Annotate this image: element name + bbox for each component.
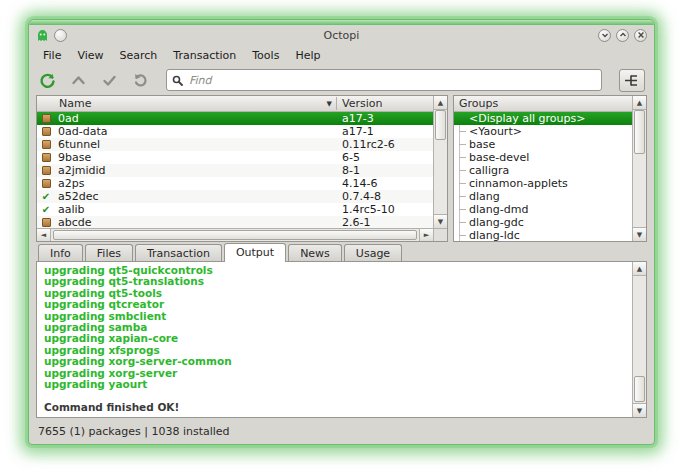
scrollbar-thumb[interactable] xyxy=(634,110,645,154)
menu-item-view[interactable]: View xyxy=(69,47,111,64)
package-version: 4.14-6 xyxy=(337,177,433,190)
scroll-down-button[interactable]: ▼ xyxy=(633,403,646,417)
octopi-logo-icon xyxy=(36,29,49,42)
package-name: 6tunnel xyxy=(58,138,337,151)
menu-item-help[interactable]: Help xyxy=(287,47,328,64)
menu-item-file[interactable]: File xyxy=(35,47,69,64)
column-header-version[interactable]: Version xyxy=(337,97,433,110)
maximize-button[interactable] xyxy=(616,29,629,42)
group-item[interactable]: <Yaourt> xyxy=(454,125,632,138)
main-split: Name ▼ Version 0ad a17-3 0ad-data a17-1 … xyxy=(29,95,654,242)
window-menu-button[interactable] xyxy=(54,29,67,42)
output-line: upgrading qtcreator xyxy=(44,299,625,310)
table-row[interactable]: abcde 2.6-1 xyxy=(37,216,433,228)
undo-icon xyxy=(132,72,148,88)
package-box-icon xyxy=(42,114,51,123)
table-vertical-scrollbar[interactable]: ▲ ▼ xyxy=(433,96,447,228)
scroll-down-button[interactable]: ▼ xyxy=(633,227,646,241)
tab-output[interactable]: Output xyxy=(224,243,286,262)
tab-files[interactable]: Files xyxy=(85,244,133,261)
package-box-icon xyxy=(42,179,51,188)
output-blank-line xyxy=(44,390,625,401)
group-label: dlang-ldc xyxy=(469,229,520,241)
scrollbar-thumb[interactable] xyxy=(634,376,645,402)
scroll-down-button[interactable]: ▼ xyxy=(434,214,447,228)
package-name: abcde xyxy=(58,216,337,228)
scroll-up-button[interactable]: ▲ xyxy=(633,262,646,276)
sync-database-button[interactable] xyxy=(38,71,56,89)
close-button[interactable] xyxy=(634,29,647,42)
package-name: 0ad xyxy=(58,112,337,125)
tab-transaction[interactable]: Transaction xyxy=(135,244,222,261)
toggle-groups-button[interactable] xyxy=(619,69,645,92)
group-item[interactable]: <Display all groups> xyxy=(454,112,632,125)
group-item[interactable]: base-devel xyxy=(454,151,632,164)
chevron-down-icon xyxy=(601,31,609,39)
installed-check-icon: ✔ xyxy=(41,192,51,202)
menu-item-search[interactable]: Search xyxy=(112,47,166,64)
table-row[interactable]: 6tunnel 0.11rc2-6 xyxy=(37,138,433,151)
system-upgrade-button[interactable] xyxy=(69,71,87,89)
installed-check-icon: ✔ xyxy=(41,205,51,215)
group-tree-icon xyxy=(625,74,640,87)
octopi-window: Octopi FileViewSearchTransacti xyxy=(28,19,655,445)
scroll-right-button[interactable]: ► xyxy=(419,229,433,241)
table-row[interactable]: 9base 6-5 xyxy=(37,151,433,164)
column-header-name[interactable]: Name ▼ xyxy=(37,97,337,110)
output-final-message: Command finished OK! xyxy=(44,401,625,413)
scroll-up-button[interactable]: ▲ xyxy=(434,96,447,110)
table-row[interactable]: ✔ aalib 1.4rc5-10 xyxy=(37,203,433,216)
tab-info[interactable]: Info xyxy=(38,244,83,261)
menu-bar: FileViewSearchTransactionToolsHelp xyxy=(29,45,654,65)
scrollbar-corner xyxy=(433,228,447,241)
package-status-icon xyxy=(41,218,51,228)
commit-transaction-button[interactable] xyxy=(100,71,118,89)
group-item[interactable]: dlang-dmd xyxy=(454,203,632,216)
groups-header[interactable]: Groups xyxy=(454,96,632,112)
tab-usage[interactable]: Usage xyxy=(344,244,402,261)
package-box-icon xyxy=(42,153,51,162)
rollback-transaction-button[interactable] xyxy=(131,71,149,89)
group-item[interactable]: dlang-ldc xyxy=(454,229,632,241)
output-vertical-scrollbar[interactable]: ▲ ▼ xyxy=(632,262,646,417)
table-row[interactable]: a2ps 4.14-6 xyxy=(37,177,433,190)
package-name: aalib xyxy=(58,203,337,216)
close-icon xyxy=(637,31,645,39)
package-name: 0ad-data xyxy=(58,125,337,138)
group-item[interactable]: cinnamon-applets xyxy=(454,177,632,190)
group-label: <Yaourt> xyxy=(469,125,522,138)
output-content[interactable]: upgrading qt5-quickcontrolsupgrading qt5… xyxy=(37,262,632,417)
table-horizontal-scrollbar[interactable]: ◄ ► xyxy=(37,228,433,241)
status-bar: 7655 (1) packages | 1038 installed xyxy=(29,418,654,444)
groups-list: <Display all groups> <Yaourt> base base-… xyxy=(454,112,632,241)
scroll-left-button[interactable]: ◄ xyxy=(37,229,51,241)
sync-icon xyxy=(39,72,56,89)
group-item[interactable]: dlang-gdc xyxy=(454,216,632,229)
groups-vertical-scrollbar[interactable]: ▲ ▼ xyxy=(632,96,646,241)
tab-bar: InfoFilesTransactionOutputNewsUsage xyxy=(29,242,654,261)
output-pane: upgrading qt5-quickcontrolsupgrading qt5… xyxy=(36,261,647,418)
group-label: dlang xyxy=(469,190,500,203)
table-row[interactable]: ✔ a52dec 0.7.4-8 xyxy=(37,190,433,203)
status-text: 7655 (1) packages | 1038 installed xyxy=(38,425,230,438)
package-status-icon xyxy=(41,179,51,189)
group-item[interactable]: calligra xyxy=(454,164,632,177)
package-status-icon xyxy=(41,153,51,163)
group-item[interactable]: base xyxy=(454,138,632,151)
find-input[interactable] xyxy=(187,73,596,88)
table-row[interactable]: 0ad a17-3 xyxy=(37,112,433,125)
group-item[interactable]: dlang xyxy=(454,190,632,203)
titlebar[interactable]: Octopi xyxy=(29,25,654,45)
group-label: cinnamon-applets xyxy=(469,177,568,190)
scrollbar-thumb[interactable] xyxy=(435,110,446,140)
table-row[interactable]: a2jmidid 8-1 xyxy=(37,164,433,177)
scroll-up-button[interactable]: ▲ xyxy=(633,96,646,110)
find-box[interactable] xyxy=(166,69,602,91)
table-row[interactable]: 0ad-data a17-1 xyxy=(37,125,433,138)
scrollbar-thumb[interactable] xyxy=(53,230,417,240)
menu-item-transaction[interactable]: Transaction xyxy=(165,47,244,64)
minimize-button[interactable] xyxy=(598,29,611,42)
table-header: Name ▼ Version xyxy=(37,96,433,112)
menu-item-tools[interactable]: Tools xyxy=(244,47,287,64)
tab-news[interactable]: News xyxy=(288,244,342,261)
